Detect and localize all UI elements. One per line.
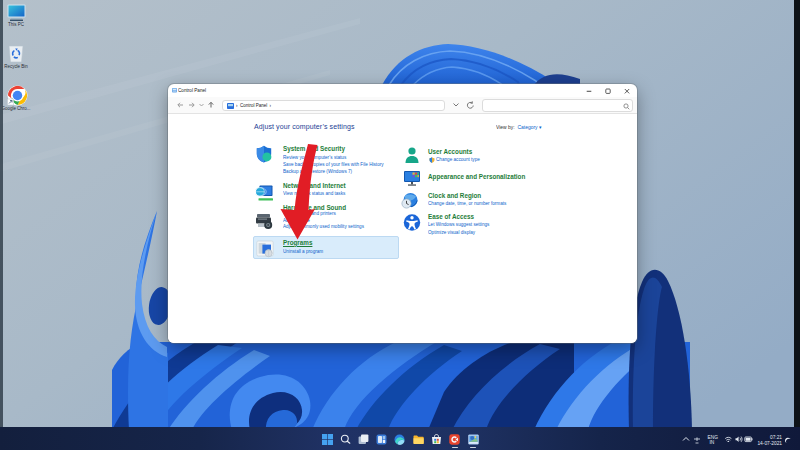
svg-text:IN: IN	[710, 440, 715, 445]
svg-text:14-07-2021: 14-07-2021	[757, 441, 782, 446]
